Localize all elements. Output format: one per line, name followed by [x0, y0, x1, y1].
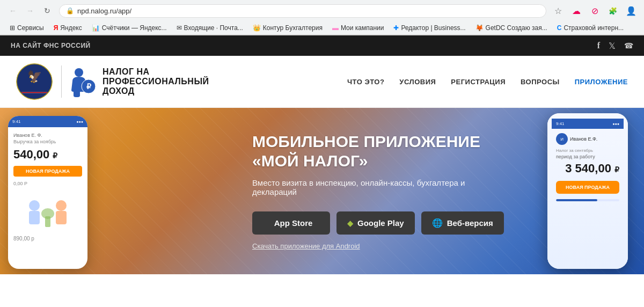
- phone-right: 9:41 ●●● И Иванов Е.Ф. Налог за сентябрь…: [547, 108, 633, 274]
- bookmark-label: Счётчики — Яндекс...: [102, 24, 167, 32]
- phone-right-mockup: 9:41 ●●● И Иванов Е.Ф. Налог за сентябрь…: [547, 113, 628, 269]
- web-version-button[interactable]: 🌐 Веб-версия: [421, 211, 504, 235]
- address-bar[interactable]: 🔒 npd.nalog.ru/app/: [59, 4, 546, 18]
- nav-registration[interactable]: РЕГИСТРАЦИЯ: [451, 78, 506, 86]
- bookmark-star-button[interactable]: ☆: [551, 3, 566, 18]
- hero-subtitle: Вместо визита в инспекцию, онлайн-кассы,…: [252, 178, 510, 196]
- bookmark-metrika[interactable]: 📊 Счётчики — Яндекс...: [87, 23, 171, 33]
- illustration-svg: [21, 195, 75, 232]
- mail-icon: ✉: [177, 24, 182, 32]
- svg-point-11: [29, 200, 40, 211]
- bookmark-insurance[interactable]: C Страховой интерн...: [553, 23, 628, 33]
- android-icon: ◆: [347, 219, 353, 228]
- nav-conditions[interactable]: УСЛОВИЯ: [399, 78, 436, 86]
- svg-rect-14: [56, 211, 67, 224]
- profile-button[interactable]: 👤: [624, 3, 639, 18]
- bookmark-editor[interactable]: ✚ Редактор | Business...: [389, 23, 470, 33]
- lock-icon: 🔒: [66, 7, 74, 14]
- forward-button[interactable]: →: [23, 3, 38, 18]
- reload-button[interactable]: ↻: [40, 3, 55, 18]
- phone-right-avatar: И: [556, 133, 568, 145]
- bookmark-label: GetDC Создаю зая...: [486, 24, 547, 32]
- phone-right-work-label: период за работу: [556, 154, 619, 159]
- googleplay-label: Google Play: [357, 218, 404, 228]
- svg-text:🦅: 🦅: [27, 69, 42, 84]
- logo-section: 🦅: [16, 63, 209, 100]
- phone-left-currency: ₽: [53, 151, 57, 160]
- bookmark-kontur[interactable]: 👑 Контур Бухгалтерия: [248, 23, 327, 33]
- phone-right-username: Иванов Е.Ф.: [570, 136, 597, 142]
- apps-icon: ⊞: [10, 24, 15, 32]
- nav-questions[interactable]: ВОПРОСЫ: [521, 78, 560, 86]
- campaigns-icon: ▬: [332, 24, 339, 32]
- browser-chrome: ← → ↻ 🔒 npd.nalog.ru/app/ ☆ ☁ ⊘ 🧩 👤 ⊞ Се…: [0, 0, 644, 35]
- phone-right-progress: [556, 199, 619, 201]
- phone-left-bottom-amount: 890,00 р: [13, 236, 82, 242]
- svg-text:₽: ₽: [86, 82, 91, 91]
- twitter-icon[interactable]: 𝕏: [609, 41, 616, 51]
- bookmarks-bar: ⊞ Сервисы Я Яндекс 📊 Счётчики — Яндекс..…: [0, 21, 644, 35]
- bookmark-label: Редактор | Business...: [401, 24, 465, 32]
- browser-actions: ☆ ☁ ⊘ 🧩 👤: [551, 3, 639, 18]
- facebook-icon[interactable]: f: [597, 41, 600, 50]
- logo-title-1: НАЛОГ НА: [103, 67, 209, 77]
- logo-figure: ₽ НАЛОГ НА ПРОФЕССИОНАЛЬНЫЙ ДОХОД: [68, 66, 209, 97]
- phone-right-time: 9:41: [556, 121, 565, 126]
- phone-left-period: Выручка за ноябрь: [13, 139, 82, 144]
- hero-section: 9:41 ●●● Иванов Е. Ф. Выручка за ноябрь …: [0, 108, 644, 274]
- phone-right-currency: ₽: [614, 165, 619, 174]
- kontur-icon: 👑: [253, 24, 261, 32]
- browser-toolbar: ← → ↻ 🔒 npd.nalog.ru/app/ ☆ ☁ ⊘ 🧩 👤: [0, 0, 644, 21]
- phone-left: 9:41 ●●● Иванов Е. Ф. Выручка за ноябрь …: [8, 116, 87, 269]
- phone-right-period-label: Налог за сентябрь: [556, 148, 619, 153]
- hero-title: МОБИЛЬНОЕ ПРИЛОЖЕНИЕ «МОЙ НАЛОГ»: [252, 132, 510, 171]
- insurance-icon: C: [557, 24, 562, 32]
- phone-right-signal: ●●●: [612, 122, 619, 126]
- android-download-link[interactable]: Скачать приложение для Android: [252, 242, 510, 250]
- phone-right-content: И Иванов Е.Ф. Налог за сентябрь период з…: [552, 129, 624, 206]
- logo-divider: [61, 65, 62, 98]
- phone-left-username: Иванов Е. Ф.: [13, 133, 82, 138]
- site-header: 🦅: [0, 56, 644, 108]
- metrika-icon: 📊: [92, 24, 100, 32]
- bookmark-getdc[interactable]: 🦊 GetDC Создаю зая...: [471, 23, 552, 33]
- bookmark-yandex[interactable]: Я Яндекс: [49, 23, 86, 33]
- yandex-icon: Я: [54, 24, 58, 32]
- phone-left-new-sale-btn[interactable]: НОВАЯ ПРОДАЖА: [13, 166, 82, 177]
- nav-buttons: ← → ↻: [5, 3, 55, 18]
- main-nav: ЧТО ЭТО? УСЛОВИЯ РЕГИСТРАЦИЯ ВОПРОСЫ ПРИ…: [347, 78, 628, 86]
- googleplay-button[interactable]: ◆ Google Play: [336, 211, 415, 235]
- svg-rect-12: [29, 211, 40, 224]
- progress-bar-fill: [556, 199, 597, 201]
- phone-left-amount: 540,00 ₽: [13, 148, 82, 162]
- logo-figure-section: ₽ НАЛОГ НА ПРОФЕССИОНАЛЬНЫЙ ДОХОД: [61, 65, 209, 98]
- appstore-button[interactable]: App Store: [252, 211, 330, 235]
- svg-rect-6: [21, 93, 47, 94]
- appstore-label: App Store: [274, 218, 313, 228]
- bookmark-label: Яндекс: [60, 24, 82, 32]
- editor-icon: ✚: [393, 24, 399, 32]
- extension-button[interactable]: 🧩: [605, 3, 620, 18]
- cloud-button[interactable]: ☁: [569, 3, 584, 18]
- bookmark-campaigns[interactable]: ▬ Мои кампании: [328, 23, 388, 33]
- logo-svg: 🦅: [16, 63, 53, 100]
- block-button[interactable]: ⊘: [587, 3, 602, 18]
- logo-title-3: ДОХОД: [103, 86, 209, 96]
- bookmark-label: Входящие · Почта...: [184, 24, 243, 32]
- svg-point-8: [75, 68, 83, 77]
- web-label: Веб-версия: [447, 218, 493, 228]
- back-button[interactable]: ←: [5, 3, 20, 18]
- phone-right-statusbar: 9:41 ●●●: [552, 119, 624, 129]
- fns-site-link[interactable]: НА САЙТ ФНС РОССИЙ: [11, 42, 91, 49]
- bookmark-apps[interactable]: ⊞ Сервисы: [5, 23, 48, 33]
- svg-point-13: [56, 200, 67, 211]
- fns-logo: 🦅: [16, 63, 53, 100]
- phone-right-screen: 9:41 ●●● И Иванов Е.Ф. Налог за сентябрь…: [547, 113, 628, 269]
- phone-right-sale-btn[interactable]: НОВАЯ ПРОДАЖА: [556, 181, 619, 194]
- bookmark-mail[interactable]: ✉ Входящие · Почта...: [172, 23, 247, 33]
- nav-what-is-it[interactable]: ЧТО ЭТО?: [347, 78, 384, 86]
- phone-left-zero: 0,00 Р: [13, 181, 82, 186]
- nav-app[interactable]: ПРИЛОЖЕНИЕ: [575, 78, 628, 86]
- phone-icon[interactable]: ☎: [624, 41, 633, 50]
- logo-text: НАЛОГ НА ПРОФЕССИОНАЛЬНЫЙ ДОХОД: [103, 67, 209, 96]
